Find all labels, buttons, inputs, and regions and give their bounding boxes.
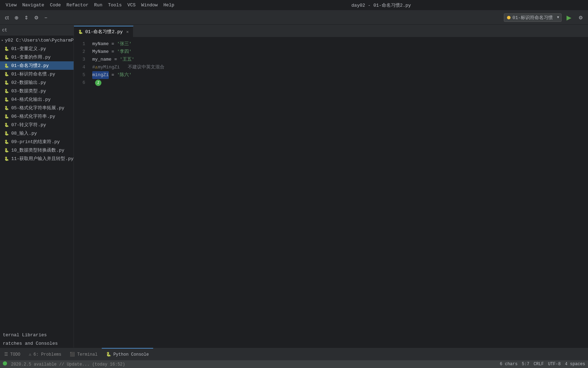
code-token: '陈六' [117,71,132,79]
sidebar-header: ct [0,25,74,36]
sidebar-item-format-str-ext[interactable]: 🐍 05-格式化字符串拓展.py [0,104,74,112]
config-dot [507,16,511,19]
menu-navigate[interactable]: Navigate [19,1,47,9]
sidebar-item-escape[interactable]: 🐍 07-转义字符.py [0,121,74,129]
python-console-icon: 🐍 [106,352,111,357]
status-bar: 2020.2.5 available // Update... (today 1… [0,360,588,368]
menu-refactor[interactable]: Refactor [64,1,91,9]
toolbar-left: ct ⊕ ⇕ ⚙ − [3,13,49,22]
sidebar-file-label-12: 09-print的结束符.py [11,139,60,145]
status-line-ending[interactable]: CRLF [534,362,544,367]
line-num-4: 4 [74,63,85,71]
py-icon-14: 🐍 [4,157,9,161]
sidebar-item-type-convert[interactable]: 🐍 10_数据类型转换函数.py [0,146,74,154]
toolbar-gear-btn[interactable]: ⚙ [576,13,585,22]
terminal-label: Terminal [77,352,98,357]
warning-icon: ⚠ [95,63,98,71]
toolbar-minimize-btn[interactable]: − [42,13,49,22]
toolbar-split-btn[interactable]: ⇕ [22,13,31,22]
tab-bar: 🐍 01-命名习惯2.py ✕ [74,25,588,37]
problems-label: 6: Problems [33,352,61,357]
status-encoding[interactable]: UTF-8 [548,362,561,367]
bottom-tab-problems[interactable]: ⚠ 6: Problems [25,348,65,360]
sidebar-item-var-def[interactable]: 🐍 01-变量定义.py [0,44,74,53]
sidebar-file-label-5: 02-数据输出.py [11,79,46,86]
problems-icon: ⚠ [29,352,31,357]
sidebar-file-label: 01-变量定义.py [11,45,46,52]
sidebar-item-format-out2[interactable]: 🐍 04-格式化输出.py [0,95,74,104]
sidebar-item-input[interactable]: 🐍 08_输入.py [0,129,74,137]
line-numbers: 1 2 3 4 5 6 [74,37,88,348]
code-content[interactable]: myName = '张三' MyName = '李四' my_name = '王… [88,37,588,348]
sidebar-item-identifier[interactable]: 🐍 01-标识符命名惯.py [0,70,74,78]
project-label[interactable]: ct [3,13,11,22]
code-token: MyName [92,48,112,56]
sidebar-file-label-3: 01-命名习惯2.py [11,62,49,69]
run-config-dropdown[interactable]: 01-标识符命名习惯 ▼ [504,13,562,22]
sidebar-header-title: ct [2,28,7,33]
menu-code[interactable]: Code [47,1,64,9]
menu-run[interactable]: Run [91,1,105,9]
code-line-3: my_name = '王五' [92,56,588,63]
toolbar-new-btn[interactable]: ⊕ [12,13,21,22]
py-icon: 🐍 [4,47,9,51]
sidebar-item-format-str[interactable]: 🐍 06-格式化字符串.py [0,112,74,121]
bottom-tab-python-console[interactable]: 🐍 Python Console [102,348,153,360]
sidebar-item-print-end[interactable]: 🐍 09-print的结束符.py [0,137,74,146]
tab-naming2[interactable]: 🐍 01-命名习惯2.py ✕ [74,26,133,37]
status-chars[interactable]: 6 chars [500,362,518,367]
menu-window[interactable]: Window [138,1,161,9]
sidebar-items: ▸ y02 C:\Users\tom\PycharmPr 🐍 01-变量定义.p… [0,36,74,331]
sidebar-file-label-2: 01-变量的作用.py [11,54,51,60]
bottom-tab-terminal[interactable]: ⬛ Terminal [65,348,102,360]
menu-help[interactable]: Help [161,1,177,9]
sidebar-external-libs[interactable]: ternal Libraries [0,331,74,339]
sidebar-folder-label: y02 C:\Users\tom\PycharmPr [5,38,74,43]
sidebar-file-label-4: 01-标识符命名惯.py [11,71,55,77]
menu-tools[interactable]: Tools [105,1,125,9]
main-area: ct ▸ y02 C:\Users\tom\PycharmPr 🐍 01-变量定… [0,25,588,348]
code-line-1: myName = '张三' [92,40,588,48]
sidebar-scratches[interactable]: ratches and Consoles [0,339,74,348]
line-num-1: 1 [74,40,85,48]
sidebar-file-label-7: 04-格式化输出.py [11,96,51,103]
editor-area: 🐍 01-命名习惯2.py ✕ 1 2 3 4 5 6 myName = '张三… [74,25,588,348]
sidebar-item-naming2[interactable]: 🐍 01-命名习惯2.py [0,61,74,70]
code-line-6: I [92,79,588,87]
code-token: = [112,48,117,56]
sidebar-item-datatypes[interactable]: 🐍 02-数据输出.py [0,78,74,87]
sidebar-item-get-input[interactable]: 🐍 11-获取用户输入并且转型.py [0,154,74,163]
bottom-tabs: ☰ TODO ⚠ 6: Problems ⬛ Terminal 🐍 Python… [0,348,153,360]
code-token: my_name [92,56,114,63]
py-icon-3: 🐍 [4,63,9,68]
line-num-3: 3 [74,56,85,63]
sidebar-file-label-13: 10_数据类型转换函数.py [11,147,64,153]
run-button[interactable]: ▶ [564,12,574,23]
py-icon-6: 🐍 [4,89,9,93]
sidebar-item-day02[interactable]: ▸ y02 C:\Users\tom\PycharmPr [0,36,74,44]
folder-arrow-icon: ▸ [1,38,4,42]
sidebar-file-label-10: 07-转义字符.py [11,122,46,128]
status-position[interactable]: 5:7 [522,362,530,367]
sidebar-file-label-14: 11-获取用户输入并且转型.py [11,155,74,162]
bottom-tab-todo[interactable]: ☰ TODO [0,348,25,360]
code-editor[interactable]: 1 2 3 4 5 6 myName = '张三' MyName = '李 [74,37,588,348]
code-token: myMingZi 不建议中英文混合 [98,63,165,71]
tab-close-icon[interactable]: ✕ [126,29,129,35]
sidebar: ct ▸ y02 C:\Users\tom\PycharmPr 🐍 01-变量定… [0,25,74,348]
toolbar-right: 01-标识符命名习惯 ▼ ▶ ⚙ [504,12,585,23]
code-line-4: #⚠myMingZi 不建议中英文混合 [92,63,588,71]
status-update-label[interactable]: 2020.2.5 available // Update... (today 1… [11,362,125,367]
menu-view[interactable]: View [3,1,19,9]
code-highlight: mingZi [92,71,109,79]
todo-icon: ☰ [4,352,8,357]
status-indent[interactable]: 4 spaces [565,362,585,367]
menu-vcs[interactable]: VCS [125,1,138,9]
sidebar-item-var-effect[interactable]: 🐍 01-变量的作用.py [0,53,74,61]
toolbar-settings-btn[interactable]: ⚙ [32,13,41,22]
status-right: 6 chars 5:7 CRLF UTF-8 4 spaces [500,362,585,367]
code-token: '王五' [120,56,135,63]
py-icon-11: 🐍 [4,131,9,136]
sidebar-item-format-out[interactable]: 🐍 03-数据类型.py [0,87,74,95]
bottom-panel: ☰ TODO ⚠ 6: Problems ⬛ Terminal 🐍 Python… [0,348,588,360]
